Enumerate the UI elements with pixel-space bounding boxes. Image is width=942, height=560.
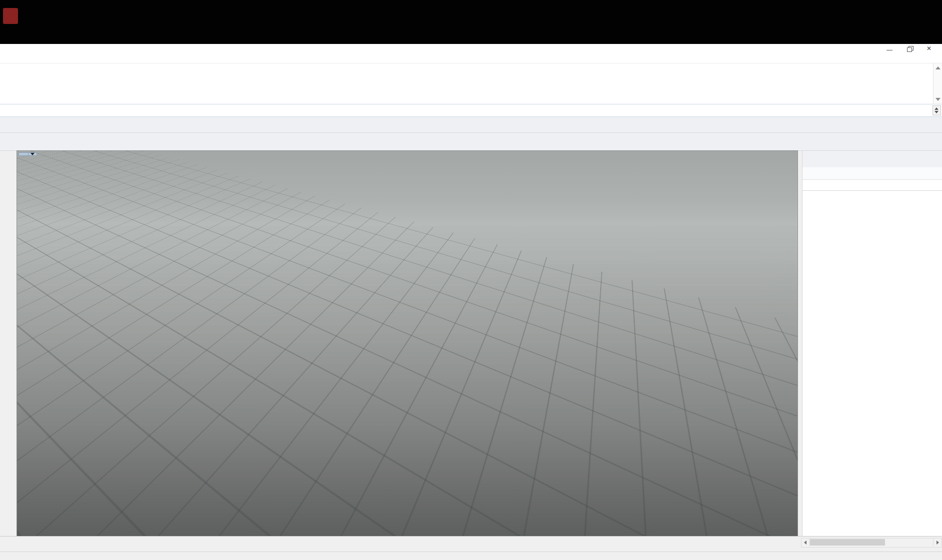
ribbon-tab-bar [0, 117, 942, 133]
prompt-spinner[interactable] [932, 105, 941, 115]
taskbar-icon-red[interactable] [3, 8, 18, 24]
scroll-up-icon[interactable] [936, 66, 940, 69]
scroll-left-icon[interactable] [802, 539, 810, 546]
viewport-title-label [19, 153, 28, 155]
tool-sidebar [0, 151, 17, 536]
title-bar [0, 44, 942, 53]
desktop-black-strip [0, 0, 942, 44]
layers-panel [802, 151, 942, 536]
restore-button[interactable] [906, 46, 913, 52]
layers-column-headers [802, 180, 942, 191]
main-toolbar [0, 133, 942, 151]
close-button[interactable] [926, 46, 933, 52]
perspective-viewport[interactable] [17, 151, 798, 536]
status-bar [0, 552, 942, 560]
window-controls [886, 44, 933, 53]
command-prompt[interactable] [0, 104, 942, 117]
main-area [0, 151, 942, 536]
scroll-right-icon[interactable] [933, 539, 942, 546]
screen [0, 0, 942, 44]
viewport-title[interactable] [18, 152, 37, 156]
panel-horizontal-scrollbar[interactable] [801, 538, 942, 548]
minimize-button[interactable] [886, 46, 893, 52]
menu-bar [0, 53, 942, 63]
osnap-toggles [0, 552, 942, 554]
rhino-window [0, 44, 942, 560]
panel-gap [798, 151, 802, 536]
command-history [0, 63, 942, 104]
history-scrollbar[interactable] [933, 63, 942, 104]
chevron-down-icon[interactable] [28, 153, 36, 155]
scrollbar-thumb[interactable] [810, 539, 885, 546]
layers-list [802, 191, 942, 536]
layers-panel-toolbar [802, 167, 942, 180]
panel-tabs [802, 151, 942, 167]
rendered-scene [17, 151, 798, 536]
viewport-tab-bar [0, 536, 942, 552]
scroll-down-icon[interactable] [936, 98, 940, 101]
